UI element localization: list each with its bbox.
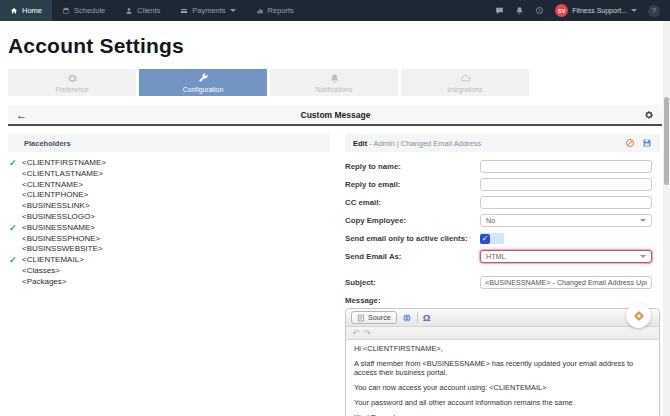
card-icon <box>180 7 188 15</box>
tab-label: Integrations <box>447 86 483 93</box>
placeholders-list: ✓<CLIENTFIRSTNAME> ✓<CLIENTLASTNAME> ✓<C… <box>8 158 330 288</box>
globe-icon <box>402 313 412 323</box>
message-label: Message: <box>345 296 660 305</box>
field-label: Send Email As: <box>345 252 480 261</box>
support-widget-button[interactable] <box>626 303 651 328</box>
nav-item-label: Schedule <box>74 6 105 15</box>
editor-toolbar: Source Ω <box>346 309 659 327</box>
message-paragraph: You can now access your account using: <… <box>354 384 651 393</box>
list-item[interactable]: ✓<CLIENTPHONE> <box>8 190 330 201</box>
top-navbar: Home Schedule Clients Payments Reports S… <box>0 0 670 21</box>
chevron-down-icon <box>640 219 646 222</box>
send-email-as-select[interactable]: HTML <box>480 250 652 263</box>
list-item[interactable]: ✓<CLIENTFIRSTNAME> <box>8 158 330 169</box>
placeholder-label: <BUSINESSLOGO> <box>22 212 95 221</box>
field-label: Send email only to active clients: <box>345 234 480 243</box>
reply-to-name-input[interactable] <box>480 160 652 173</box>
active-clients-checkbox[interactable]: ✓ <box>480 233 504 244</box>
placeholder-label: <Packages> <box>22 277 66 286</box>
bell-icon <box>329 73 340 84</box>
account-menu[interactable]: SV Fitness Support... <box>555 4 637 17</box>
message-paragraph: Your password and all other account info… <box>354 399 651 408</box>
field-label: Reply to email: <box>345 180 480 189</box>
placeholder-label: <CLIENTEMAIL> <box>22 255 84 264</box>
edit-panel: Edit - Admin | Changed Email Address Rep… <box>345 134 662 416</box>
list-item[interactable]: ✓<BUSINESSLOGO> <box>8 212 330 223</box>
bell-icon[interactable] <box>515 6 524 15</box>
tab-configuration[interactable]: Configuration <box>139 69 267 96</box>
person-icon <box>125 7 133 15</box>
back-button[interactable]: ← <box>16 109 27 121</box>
list-item[interactable]: ✓<CLIENTEMAIL> <box>8 255 330 266</box>
nav-item-schedule[interactable]: Schedule <box>52 0 115 21</box>
placeholders-panel: Placeholders ✓<CLIENTFIRSTNAME> ✓<CLIENT… <box>8 134 330 416</box>
cc-email-row: CC email: <box>345 196 660 209</box>
list-item[interactable]: ✓<CLIENTLASTNAME> <box>8 169 330 180</box>
undo-icon[interactable]: ↶ <box>352 328 360 338</box>
tab-notifications[interactable]: Notifications <box>270 69 398 96</box>
nav-item-reports[interactable]: Reports <box>246 0 304 21</box>
cancel-icon[interactable] <box>625 138 635 148</box>
reply-to-name-row: Reply to name: <box>345 160 660 173</box>
avatar: SV <box>555 4 568 17</box>
nav-item-payments[interactable]: Payments <box>170 0 245 21</box>
tab-label: Preference <box>55 86 88 93</box>
list-item[interactable]: ✓<Classes> <box>8 266 330 277</box>
selected-value: HTML <box>486 252 506 261</box>
source-button[interactable]: Source <box>351 311 397 324</box>
email-settings-form: Reply to name: Reply to email: CC email:… <box>345 160 660 416</box>
save-icon[interactable] <box>642 138 652 148</box>
custom-message-bar: ← Custom Message <box>8 105 662 126</box>
placeholder-label: <CLIENTPHONE> <box>22 190 88 199</box>
chevron-down-icon <box>640 255 646 258</box>
nav-item-label: Home <box>22 6 42 15</box>
list-item[interactable]: ✓<BUSINESSLINK> <box>8 201 330 212</box>
list-item[interactable]: ✓<BUSINSSWEBSITE> <box>8 244 330 255</box>
nav-item-home[interactable]: Home <box>0 0 52 21</box>
account-name: Fitness Support... <box>572 7 627 14</box>
copy-employee-select[interactable]: No <box>480 214 652 227</box>
check-icon: ✓ <box>9 255 17 266</box>
cc-email-input[interactable] <box>480 196 652 209</box>
list-item[interactable]: ✓<CLIENTNAME> <box>8 180 330 191</box>
history-icon[interactable] <box>535 6 544 15</box>
nav-item-label: Reports <box>268 6 294 15</box>
reply-to-email-input[interactable] <box>480 178 652 191</box>
selected-value: No <box>486 216 495 225</box>
chevron-down-icon <box>631 9 637 12</box>
gear-icon <box>67 73 78 84</box>
chat-icon[interactable] <box>495 6 504 15</box>
field-label: Reply to name: <box>345 162 480 171</box>
subject-row: Subject: <box>345 276 660 289</box>
placeholder-label: <CLIENTLASTNAME> <box>22 169 103 178</box>
placeholder-label: <CLIENTNAME> <box>22 180 83 189</box>
list-item[interactable]: ✓<BUSINESSNAME> <box>8 223 330 234</box>
message-paragraph: Hi <CLIENTFIRSTNAME>, <box>354 345 651 354</box>
settings-gear-button[interactable] <box>644 110 654 120</box>
message-body[interactable]: Hi <CLIENTFIRSTNAME>, A staff member fro… <box>346 340 659 416</box>
rich-text-editor: Source Ω ↶ ↷ Hi <box>345 308 660 416</box>
edit-panel-header: Edit - Admin | Changed Email Address <box>345 134 660 152</box>
source-code-icon <box>357 314 365 322</box>
nav-item-label: Clients <box>137 6 160 15</box>
nav-item-clients[interactable]: Clients <box>115 0 170 21</box>
list-item[interactable]: ✓<Packages> <box>8 277 330 288</box>
nav-item-label: Payments <box>192 6 225 15</box>
editor-toolbar-row2: ↶ ↷ <box>346 327 659 340</box>
page-title: Account Settings <box>8 34 662 58</box>
tab-integrations[interactable]: Integrations <box>401 69 529 96</box>
tab-preference[interactable]: Preference <box>8 69 136 96</box>
vertical-scrollbar[interactable] <box>663 21 670 416</box>
scrollbar-thumb[interactable] <box>664 97 669 185</box>
home-icon <box>10 7 18 15</box>
list-item[interactable]: ✓<BUSINESSPHONE> <box>8 234 330 245</box>
redo-icon[interactable]: ↷ <box>364 328 372 338</box>
spellcheck-button[interactable]: Ω <box>423 312 431 323</box>
send-email-as-row: Send Email As: HTML <box>345 250 660 263</box>
main-content: Account Settings Preference Configuratio… <box>0 34 670 416</box>
placeholder-label: <BUSINESSLINK> <box>22 201 90 210</box>
preview-globe-button[interactable] <box>402 313 412 323</box>
source-button-label: Source <box>368 313 391 322</box>
subject-input[interactable] <box>480 276 652 289</box>
help-icon[interactable]: ? <box>648 5 660 17</box>
